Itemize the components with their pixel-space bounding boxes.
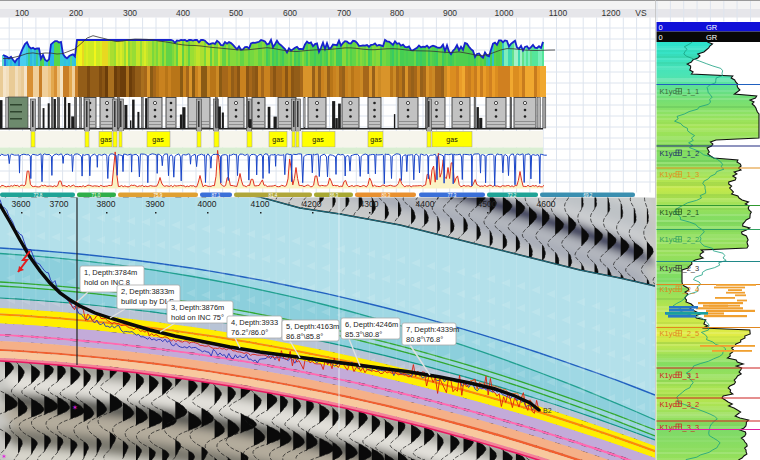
svg-text:K1yc: K1yc: [660, 235, 677, 244]
svg-text:4500: 4500: [478, 199, 497, 209]
svg-text:1, Depth:3784m: 1, Depth:3784m: [84, 268, 137, 277]
svg-text:K1yc: K1yc: [660, 423, 677, 432]
svg-text:86.3: 86.3: [330, 193, 339, 198]
svg-text:71.0: 71.0: [92, 193, 101, 198]
svg-text:4200: 4200: [303, 199, 322, 209]
svg-text:K1yc: K1yc: [660, 264, 677, 273]
svg-text:_2_5: _2_5: [682, 329, 700, 338]
svg-text:3700: 3700: [50, 199, 69, 209]
svg-text:✶: ✶: [72, 404, 78, 411]
svg-text:_1_3: _1_3: [682, 170, 700, 179]
svg-text:B2: B2: [543, 407, 552, 414]
svg-text:hold on INC 75°: hold on INC 75°: [171, 313, 224, 322]
svg-text:80.8°\76.8°: 80.8°\76.8°: [406, 335, 443, 344]
svg-text:77.3: 77.3: [448, 193, 457, 198]
svg-text:_2_4: _2_4: [682, 285, 700, 294]
svg-text:4600: 4600: [537, 199, 556, 209]
svg-text:K1yc: K1yc: [660, 400, 677, 409]
svg-text:_3_2: _3_2: [682, 400, 700, 409]
svg-text:86.8°\85.8°: 86.8°\85.8°: [286, 332, 323, 341]
svg-text:500: 500: [229, 8, 243, 18]
svg-text:400: 400: [176, 8, 190, 18]
svg-text:K1yc: K1yc: [660, 329, 677, 338]
svg-text:gas: gas: [312, 136, 324, 144]
svg-text:gas: gas: [370, 136, 382, 144]
svg-text:300: 300: [123, 8, 137, 18]
svg-text:VS: VS: [635, 8, 647, 18]
svg-text:0: 0: [659, 23, 663, 32]
svg-text:75.9: 75.9: [154, 193, 163, 198]
svg-text:_2_1: _2_1: [682, 208, 700, 217]
svg-text:4300: 4300: [360, 199, 379, 209]
svg-text:K1yc: K1yc: [660, 208, 677, 217]
svg-text:GR: GR: [706, 33, 718, 42]
svg-text:_2_2: _2_2: [682, 235, 700, 244]
svg-text:76.2°/86.0°: 76.2°/86.0°: [231, 328, 268, 337]
svg-text:3, Depth:3876m: 3, Depth:3876m: [171, 303, 224, 312]
svg-text:900: 900: [443, 8, 457, 18]
svg-text:✶: ✶: [1, 453, 7, 460]
svg-text:4100: 4100: [251, 199, 270, 209]
svg-text:4400: 4400: [416, 199, 435, 209]
svg-text:K1yc: K1yc: [660, 149, 677, 158]
svg-text:gas: gas: [100, 136, 112, 144]
svg-text:3600: 3600: [12, 199, 31, 209]
svg-text:1000: 1000: [495, 8, 514, 18]
svg-text:4, Depth:3933: 4, Depth:3933: [231, 318, 278, 327]
svg-text:69.2: 69.2: [584, 193, 593, 198]
svg-text:_2_3: _2_3: [682, 264, 700, 273]
svg-text:0: 0: [659, 33, 663, 42]
svg-text:600: 600: [283, 8, 297, 18]
svg-text:3900: 3900: [146, 199, 165, 209]
svg-text:2, Depth:3833m: 2, Depth:3833m: [121, 287, 174, 296]
svg-text:3800: 3800: [97, 199, 116, 209]
svg-text:gas: gas: [272, 136, 284, 144]
svg-text:1100: 1100: [549, 8, 568, 18]
svg-text:85.3°\80.8°: 85.3°\80.8°: [345, 330, 382, 339]
svg-text:72.8: 72.8: [34, 193, 43, 198]
svg-text:72.2: 72.2: [508, 193, 517, 198]
svg-text:GR: GR: [706, 23, 718, 32]
svg-text:87.1: 87.1: [212, 193, 221, 198]
svg-text:gas: gas: [446, 136, 458, 144]
svg-text:_1_2: _1_2: [682, 149, 700, 158]
svg-text:7, Depth:4339m: 7, Depth:4339m: [406, 325, 459, 334]
svg-text:_3_1: _3_1: [682, 371, 700, 380]
svg-text:700: 700: [337, 8, 351, 18]
svg-text:K1yc: K1yc: [660, 285, 677, 294]
svg-text:6, Depth:4246m: 6, Depth:4246m: [345, 320, 398, 329]
svg-text:81.4: 81.4: [269, 193, 278, 198]
svg-text:K1yc: K1yc: [660, 87, 677, 96]
svg-text:gas: gas: [152, 136, 164, 144]
svg-text:build up by DLS: build up by DLS: [121, 297, 174, 306]
svg-text:80.3: 80.3: [382, 193, 391, 198]
svg-text:5, Depth:4163m: 5, Depth:4163m: [286, 322, 339, 331]
svg-text:4000: 4000: [198, 199, 217, 209]
svg-text:_1_1: _1_1: [682, 87, 700, 96]
svg-text:1200: 1200: [602, 8, 621, 18]
svg-text:200: 200: [69, 8, 83, 18]
svg-text:800: 800: [390, 8, 404, 18]
svg-text:K1yc: K1yc: [660, 170, 677, 179]
svg-text:K1yc: K1yc: [660, 371, 677, 380]
svg-text:_3_3: _3_3: [682, 423, 700, 432]
svg-text:100: 100: [15, 8, 29, 18]
